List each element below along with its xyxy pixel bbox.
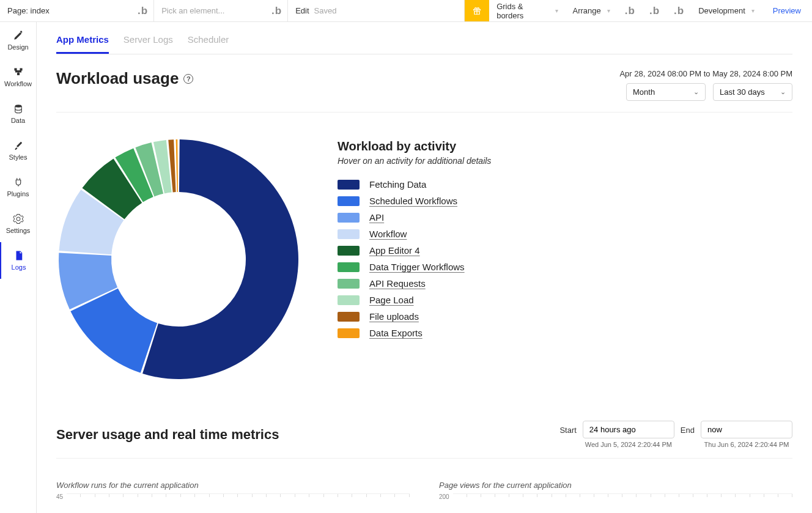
- edit-label: Edit: [295, 6, 309, 15]
- sidebar-label: Settings: [6, 227, 31, 234]
- legend-subtitle: Hover on an activity for additional deta…: [338, 156, 491, 166]
- period-select[interactable]: Last 30 days ⌄: [713, 83, 792, 101]
- legend-swatch: [338, 262, 360, 272]
- legend-label[interactable]: API: [369, 212, 384, 223]
- toolbar-icon-2[interactable]: b: [642, 0, 666, 21]
- legend-label[interactable]: Data Exports: [369, 328, 423, 338]
- workflow-icon: [13, 67, 24, 78]
- legend-item[interactable]: App Editor 4: [338, 245, 491, 256]
- end-label: End: [681, 421, 695, 435]
- env-label: Development: [698, 6, 745, 15]
- environment-menu[interactable]: Development ▾: [691, 0, 762, 21]
- tab-app-metrics[interactable]: App Metrics: [56, 34, 109, 54]
- workload-title: Workload usage ?: [56, 69, 193, 88]
- tab-server-logs[interactable]: Server Logs: [124, 34, 173, 54]
- legend-swatch: [338, 196, 360, 206]
- legend-label[interactable]: Data Trigger Workflows: [369, 262, 465, 272]
- granularity-select[interactable]: Month ⌄: [626, 83, 706, 101]
- donut-chart[interactable]: [56, 137, 301, 382]
- sidebar-item-workflow[interactable]: Workflow: [0, 59, 36, 95]
- workload-chart-row: Workload by activity Hover on an activit…: [56, 137, 792, 382]
- bubble-icon: b: [138, 6, 147, 16]
- legend-label[interactable]: Scheduled Workflows: [369, 196, 457, 206]
- legend-item[interactable]: Page Load: [338, 295, 491, 305]
- chevron-down-icon: ⌄: [780, 88, 786, 96]
- legend: Workload by activity Hover on an activit…: [338, 137, 491, 344]
- left-sidebar: Design Workflow Data Styles Plugins Sett…: [0, 22, 37, 513]
- workload-header: Workload usage ? Apr 28, 2024 08:00 PM t…: [56, 69, 792, 113]
- arrange-menu[interactable]: Arrange ▾: [566, 0, 618, 21]
- sidebar-label: Plugins: [7, 190, 29, 197]
- legend-label[interactable]: File uploads: [369, 311, 419, 322]
- sidebar-item-styles[interactable]: Styles: [0, 132, 36, 169]
- date-range-controls: Apr 28, 2024 08:00 PM to May 28, 2024 8:…: [619, 69, 792, 101]
- legend-item[interactable]: Fetching Data: [338, 179, 491, 190]
- mini-chart-title: Workflow runs for the current applicatio…: [56, 481, 410, 490]
- sidebar-label: Styles: [9, 153, 28, 161]
- legend-item[interactable]: API: [338, 212, 491, 223]
- preview-button[interactable]: Preview: [762, 0, 812, 21]
- server-metrics-title: Server usage and real time metrics: [56, 427, 279, 443]
- y-axis-max: 45: [56, 493, 63, 500]
- legend-item[interactable]: API Requests: [338, 278, 491, 289]
- legend-swatch: [338, 229, 360, 239]
- mini-charts: Workflow runs for the current applicatio…: [56, 481, 792, 503]
- legend-label[interactable]: API Requests: [369, 278, 426, 289]
- arrange-label: Arrange: [573, 6, 601, 15]
- page-views-chart: Page views for the current application 2…: [439, 481, 792, 503]
- styles-icon: [13, 140, 24, 151]
- legend-label[interactable]: App Editor 4: [369, 245, 420, 256]
- sidebar-item-data[interactable]: Data: [0, 95, 36, 132]
- legend-swatch: [338, 295, 360, 305]
- sidebar-label: Data: [11, 117, 25, 124]
- end-sublabel: Thu Jun 6, 2024 2:20:44 PM: [701, 441, 792, 448]
- page-selector[interactable]: Page: index b: [0, 0, 154, 21]
- legend-swatch: [338, 180, 360, 190]
- bubble-icon: b: [271, 6, 281, 16]
- help-icon[interactable]: ?: [183, 74, 193, 84]
- mini-chart-title: Page views for the current application: [439, 481, 792, 490]
- tabs: App Metrics Server Logs Scheduler: [56, 22, 792, 54]
- legend-swatch: [338, 279, 360, 289]
- sidebar-item-plugins[interactable]: Plugins: [0, 169, 36, 205]
- edit-status: Edit Saved: [288, 0, 465, 21]
- legend-item[interactable]: File uploads: [338, 311, 491, 322]
- legend-label[interactable]: Workflow: [369, 229, 407, 239]
- tab-scheduler[interactable]: Scheduler: [188, 34, 229, 54]
- element-picker[interactable]: Pick an element... b: [154, 0, 288, 21]
- sidebar-label: Workflow: [4, 80, 32, 87]
- saved-label: Saved: [314, 6, 337, 15]
- sidebar-item-settings[interactable]: Settings: [0, 205, 36, 242]
- period-value: Last 30 days: [720, 87, 765, 97]
- donut-slice[interactable]: [176, 139, 178, 192]
- sidebar-item-logs[interactable]: Logs: [0, 242, 36, 279]
- grids-borders-menu[interactable]: Grids & borders ▾: [489, 0, 565, 21]
- time-controls: Start Wed Jun 5, 2024 2:20:44 PM End Thu…: [559, 421, 792, 448]
- page-prefix: Page:: [7, 6, 28, 15]
- start-input[interactable]: [583, 421, 674, 438]
- grids-label: Grids & borders: [496, 2, 548, 20]
- design-icon: [13, 30, 24, 41]
- legend-item[interactable]: Data Trigger Workflows: [338, 262, 491, 272]
- legend-item[interactable]: Workflow: [338, 229, 491, 239]
- data-icon: [13, 103, 24, 114]
- settings-icon: [13, 213, 24, 224]
- legend-item[interactable]: Data Exports: [338, 328, 491, 338]
- toolbar-icon-3[interactable]: b: [666, 0, 691, 21]
- toolbar-icon-1[interactable]: b: [618, 0, 642, 21]
- chevron-down-icon: ⌄: [693, 88, 699, 96]
- bubble-icon: b: [625, 6, 635, 16]
- chevron-down-icon: ▾: [607, 7, 610, 14]
- legend-item[interactable]: Scheduled Workflows: [338, 196, 491, 206]
- legend-label[interactable]: Page Load: [369, 295, 414, 305]
- legend-swatch: [338, 213, 360, 223]
- workload-title-text: Workload usage: [56, 69, 179, 88]
- logs-icon: [13, 250, 24, 261]
- chevron-down-icon: ▾: [555, 7, 558, 14]
- date-range-text: Apr 28, 2024 08:00 PM to May 28, 2024 8:…: [619, 69, 792, 78]
- sidebar-item-design[interactable]: Design: [0, 22, 36, 59]
- gift-button[interactable]: [465, 0, 489, 21]
- top-toolbar: Page: index b Pick an element... b Edit …: [0, 0, 812, 22]
- end-input[interactable]: [701, 421, 792, 438]
- plugins-icon: [13, 177, 24, 188]
